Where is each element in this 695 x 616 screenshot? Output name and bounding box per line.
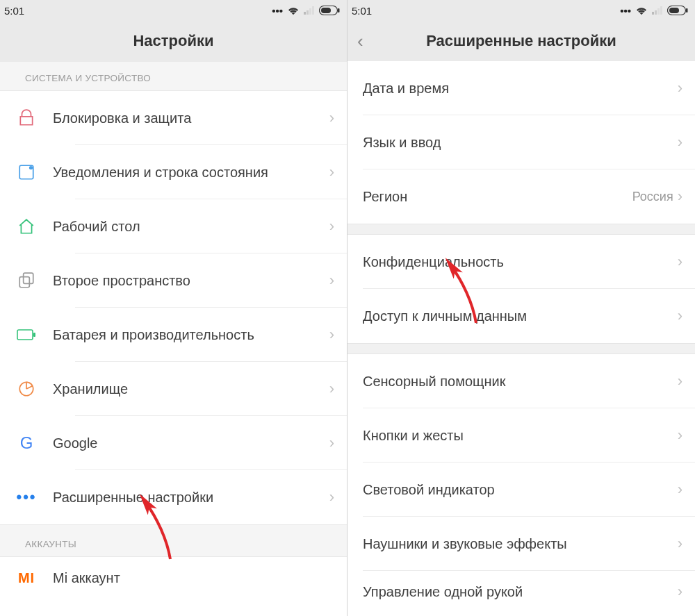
row-label: Управление одной рукой — [363, 583, 678, 601]
svg-rect-21 — [686, 8, 688, 13]
row-label: Конфиденциальность — [363, 253, 678, 271]
row-label: Хранилище — [53, 381, 329, 398]
row-second-space[interactable]: Второе пространство › — [0, 253, 347, 308]
google-icon: G — [20, 433, 33, 453]
chevron-right-icon: › — [678, 253, 685, 271]
row-label: Дата и время — [363, 80, 678, 97]
row-personal-data[interactable]: Доступ к личным данным › — [348, 289, 695, 343]
svg-rect-2 — [309, 8, 311, 15]
status-time: 5:01 — [352, 5, 372, 17]
copy-icon — [17, 272, 35, 290]
row-one-handed[interactable]: Управление одной рукой › — [348, 571, 695, 613]
more-icon: ••• — [620, 5, 631, 17]
row-storage[interactable]: Хранилище › — [0, 362, 347, 416]
row-label: Световой индикатор — [363, 481, 678, 499]
row-google[interactable]: G Google › — [0, 416, 347, 470]
chevron-right-icon: › — [329, 380, 337, 398]
status-bar: 5:01 ••• — [0, 0, 347, 21]
row-label: Google — [53, 435, 329, 452]
svg-point-8 — [29, 166, 33, 169]
svg-rect-11 — [17, 330, 33, 340]
chevron-right-icon: › — [678, 79, 685, 97]
svg-rect-5 — [338, 8, 340, 13]
chevron-right-icon: › — [329, 326, 337, 344]
notification-bar-icon — [17, 163, 35, 181]
settings-list: Блокировка и защита › Уведомления и стро… — [0, 91, 347, 524]
battery-perf-icon — [17, 328, 36, 342]
row-date-time[interactable]: Дата и время › — [348, 61, 695, 115]
status-bar: 5:01 ••• — [348, 0, 695, 21]
svg-rect-3 — [312, 6, 314, 15]
home-icon — [17, 217, 35, 235]
row-value: Россия — [632, 190, 673, 204]
chevron-right-icon: › — [329, 109, 337, 127]
chevron-right-icon: › — [329, 163, 337, 181]
row-advanced-settings[interactable]: ••• Расширенные настройки › — [0, 470, 347, 524]
row-notifications[interactable]: Уведомления и строка состояния › — [0, 145, 347, 199]
chevron-right-icon: › — [678, 188, 685, 206]
svg-rect-1 — [306, 10, 309, 15]
row-label: Расширенные настройки — [53, 489, 329, 506]
svg-rect-6 — [321, 8, 331, 13]
page-title: Настройки — [133, 32, 213, 50]
row-label: Наушники и звуковые эффекты — [363, 535, 678, 553]
svg-rect-10 — [24, 273, 33, 283]
page-title: Расширенные настройки — [426, 32, 616, 50]
row-touch-assistant[interactable]: Сенсорный помощник › — [348, 354, 695, 408]
row-lock-protection[interactable]: Блокировка и защита › — [0, 91, 347, 145]
settings-screen: 5:01 ••• Настройки СИСТЕМА И УСТРОЙСТВО — [0, 0, 348, 616]
svg-rect-22 — [669, 8, 679, 13]
row-mi-account[interactable]: MI Mi аккаунт — [0, 557, 347, 599]
advanced-list: Дата и время › Язык и ввод › Регион Росс… — [348, 61, 695, 613]
row-region[interactable]: Регион Россия › — [348, 169, 695, 224]
svg-line-15 — [26, 386, 33, 389]
more-horiz-icon: ••• — [16, 488, 36, 506]
row-label: Второе пространство — [53, 272, 329, 290]
section-header-system: СИСТЕМА И УСТРОЙСТВО — [0, 61, 347, 91]
svg-rect-18 — [657, 8, 660, 15]
row-label: Доступ к личным данным — [363, 308, 678, 325]
battery-icon — [667, 6, 688, 15]
svg-rect-12 — [33, 333, 35, 337]
chevron-right-icon: › — [329, 272, 337, 290]
signal-icon — [304, 6, 315, 15]
chevron-right-icon: › — [678, 372, 685, 390]
row-label: Блокировка и защита — [53, 110, 329, 127]
row-label: Mi аккаунт — [53, 569, 337, 587]
mi-logo-icon: MI — [18, 570, 35, 586]
svg-rect-0 — [304, 12, 306, 15]
row-led-indicator[interactable]: Световой индикатор › — [348, 463, 695, 517]
battery-icon — [319, 6, 340, 15]
status-time: 5:01 — [4, 5, 24, 17]
row-battery[interactable]: Батарея и производительность › — [0, 308, 347, 362]
row-label: Уведомления и строка состояния — [53, 164, 329, 181]
storage-icon — [17, 380, 35, 398]
header: ‹ Расширенные настройки — [348, 21, 695, 61]
chevron-right-icon: › — [329, 488, 337, 506]
row-buttons-gestures[interactable]: Кнопки и жесты › — [348, 408, 695, 463]
chevron-right-icon: › — [678, 307, 685, 325]
row-label: Кнопки и жесты — [363, 427, 678, 444]
chevron-right-icon: › — [678, 481, 685, 499]
wifi-icon — [287, 6, 300, 15]
section-header-accounts: АККАУНТЫ — [0, 524, 347, 557]
svg-rect-19 — [660, 6, 662, 15]
row-privacy[interactable]: Конфиденциальность › — [348, 235, 695, 289]
row-label: Сенсорный помощник — [363, 373, 678, 390]
section-gap — [348, 343, 695, 354]
chevron-right-icon: › — [329, 434, 337, 452]
svg-rect-16 — [652, 12, 654, 15]
more-icon: ••• — [272, 5, 283, 17]
lock-icon — [17, 109, 35, 127]
wifi-icon — [635, 6, 648, 15]
signal-icon — [652, 6, 663, 15]
chevron-right-icon: › — [678, 133, 685, 151]
row-headphones-audio[interactable]: Наушники и звуковые эффекты › — [348, 517, 695, 571]
svg-rect-9 — [19, 277, 29, 288]
row-language-input[interactable]: Язык и ввод › — [348, 115, 695, 169]
status-icons: ••• — [272, 5, 340, 17]
row-home-screen[interactable]: Рабочий стол › — [0, 199, 347, 253]
chevron-right-icon: › — [678, 535, 685, 553]
back-icon[interactable]: ‹ — [357, 31, 363, 52]
row-label: Батарея и производительность — [53, 326, 329, 344]
